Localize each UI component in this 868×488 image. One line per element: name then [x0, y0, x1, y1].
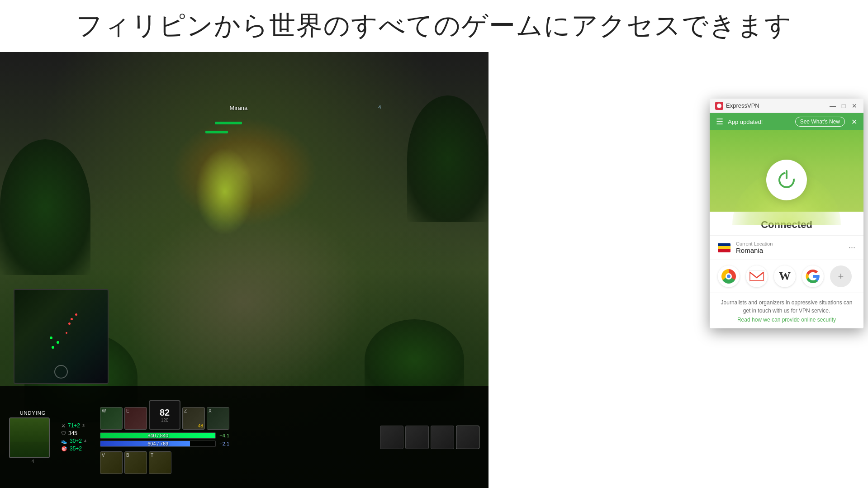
item-slots-right [380, 426, 479, 449]
notification-close-icon[interactable]: ✕ [851, 118, 857, 126]
item-slot-2[interactable] [405, 426, 429, 449]
hamburger-icon[interactable]: ☰ [716, 117, 723, 127]
ability-v[interactable]: V [100, 451, 123, 474]
vpn-window: ExpressVPN — □ ✕ ☰ App updated! See What… [710, 99, 863, 328]
mp-bonus: +2.1 [219, 441, 229, 446]
item-slot-1[interactable] [380, 426, 403, 449]
power-line [786, 170, 787, 179]
google-icon [806, 269, 820, 284]
maximize-button[interactable]: □ [840, 102, 847, 109]
vpn-notification-bar: ☰ App updated! See What's New ✕ [710, 113, 863, 130]
battle-area [195, 148, 254, 235]
ability-e[interactable]: E [124, 407, 147, 430]
header-banner: フィリピンから世界のすべてのゲームにアクセスできます [0, 0, 868, 50]
vpn-titlebar: ExpressVPN — □ ✕ [710, 99, 863, 113]
tree-left [0, 139, 90, 275]
ability-sub: 120 [161, 418, 169, 423]
stat-range: 35+2 [70, 445, 82, 452]
add-quicklaunch-button[interactable]: + [830, 265, 852, 287]
ability-t[interactable]: T [149, 451, 171, 474]
minimize-button[interactable]: — [829, 102, 836, 109]
stat-armor: 345 [68, 430, 77, 436]
footer-description: Journalists and organizers in oppressive… [718, 298, 855, 315]
vpn-location-row[interactable]: Current Location Romania ··· [710, 235, 863, 260]
location-name: Romania [736, 246, 849, 254]
close-button[interactable]: ✕ [851, 102, 858, 109]
ability-z[interactable]: Z 48 [182, 407, 205, 430]
minimap [14, 289, 109, 384]
bars-container: 840 / 840 +4.1 604 / 769 +2.1 [100, 432, 229, 449]
health-bar-1 [215, 122, 242, 124]
titlebar-controls: — □ ✕ [829, 102, 858, 109]
game-screenshot: Mirana 4 UNDYING 4 [0, 52, 489, 488]
hud-stats: ⚔ 71+2 3 🛡 345 👟 30+2 4 🎯 35+2 [61, 422, 86, 452]
level-indicator: 4 [378, 104, 381, 110]
wikipedia-quicklaunch-button[interactable]: W [774, 265, 796, 287]
location-options-icon[interactable]: ··· [849, 243, 855, 252]
game-scene: Mirana 4 UNDYING 4 [0, 52, 489, 488]
vpn-green-area [710, 130, 863, 212]
page-title: フィリピンから世界のすべてのゲームにアクセスできます [18, 8, 850, 43]
notification-text: App updated! [728, 118, 791, 125]
hero-name-label: UNDYING [20, 410, 46, 416]
expressvpn-logo-icon [715, 102, 723, 110]
ability-number: 82 [160, 407, 170, 418]
location-label: Current Location [736, 241, 849, 246]
wikipedia-icon: W [779, 270, 791, 283]
stat-attack: 71+2 [68, 422, 80, 429]
romania-flag-icon [718, 243, 730, 252]
character-label-mirana: Mirana [230, 104, 248, 111]
gmail-quicklaunch-button[interactable] [746, 265, 768, 287]
item-slot-3[interactable] [431, 426, 454, 449]
vpn-quicklaunch: W + [710, 260, 863, 293]
vpn-app-name: ExpressVPN [726, 102, 759, 109]
ability-x[interactable]: X [207, 407, 229, 430]
ability-w[interactable]: W [100, 407, 123, 430]
power-icon [777, 170, 797, 190]
hud: UNDYING 4 ⚔ 71+2 3 🛡 345 [0, 386, 489, 488]
chrome-quicklaunch-button[interactable] [718, 265, 740, 287]
item-slot-4[interactable] [456, 426, 479, 449]
vpn-footer: Journalists and organizers in oppressive… [710, 293, 863, 328]
gmail-icon [749, 270, 764, 282]
stat-move: 30+2 [70, 438, 82, 444]
whats-new-button[interactable]: See What's New [795, 117, 845, 127]
hero-portrait [9, 417, 50, 458]
footer-link[interactable]: Read how we can provide online security [718, 317, 855, 323]
center-ability[interactable]: 82 120 [149, 400, 180, 430]
add-icon: + [838, 270, 844, 282]
vpn-titlebar-title: ExpressVPN [715, 102, 829, 110]
location-info: Current Location Romania [736, 241, 849, 254]
hp-bonus: +4.1 [219, 433, 229, 438]
google-quicklaunch-button[interactable] [802, 265, 824, 287]
tree-right [407, 95, 489, 222]
power-button[interactable] [766, 160, 807, 200]
chrome-icon [721, 269, 736, 284]
ability-b[interactable]: B [124, 451, 147, 474]
health-bar-2 [205, 131, 228, 133]
